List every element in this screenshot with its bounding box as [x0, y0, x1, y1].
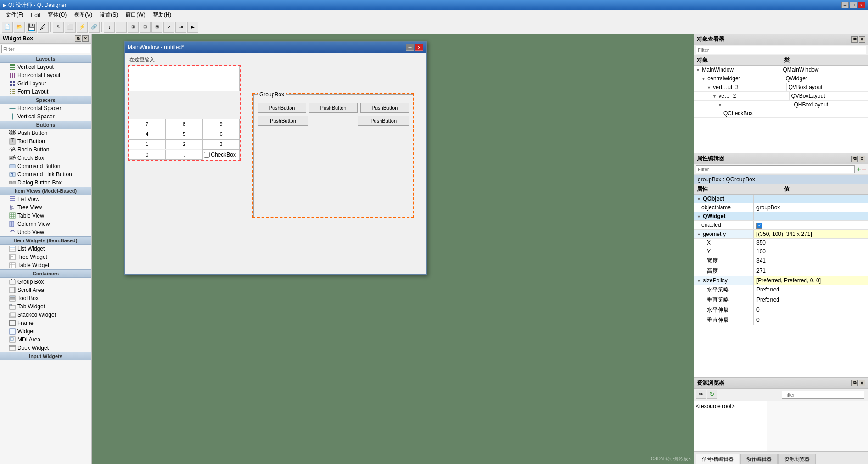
tb-break-layout[interactable]: ⊠ — [151, 22, 162, 33]
bottom-tab-actions[interactable]: 动作编辑器 — [740, 454, 778, 464]
widget-item-horizontal-layout[interactable]: Horizontal Layout — [0, 71, 91, 79]
tb-layout-h[interactable]: ⫼ — [116, 22, 127, 33]
widget-box-filter-input[interactable] — [1, 45, 90, 53]
calc-btn-7[interactable]: 7 — [129, 119, 166, 129]
res-pencil-btn[interactable]: ✏ — [696, 390, 706, 399]
widget-item-list-widget[interactable]: List Widget — [0, 245, 91, 253]
groupbox-btn-3[interactable]: PushButton — [360, 103, 409, 113]
tb-save[interactable]: 💾 — [26, 22, 37, 33]
groupbox-btn-1[interactable]: PushButton — [258, 103, 306, 113]
calc-btn-5[interactable]: 5 — [166, 129, 203, 139]
tb-widget-editor[interactable]: ⬜ — [65, 22, 76, 33]
calc-btn-3[interactable]: 3 — [202, 139, 240, 149]
close-btn[interactable]: ✕ — [858, 2, 865, 8]
widget-item-radio-button[interactable]: A Radio Button — [0, 145, 91, 154]
widget-item-widget[interactable]: Widget — [0, 327, 91, 335]
menu-settings[interactable]: 设置(S) — [96, 10, 122, 20]
tb-open[interactable]: 📂 — [14, 22, 25, 33]
tree-row[interactable]: ▼ vert…ut_3 QVBoxLayout — [694, 83, 868, 92]
widget-item-frame[interactable]: Frame — [0, 319, 91, 327]
groupbox-btn-2[interactable]: PushButton — [309, 103, 358, 113]
prop-val-sizepolicy[interactable]: [Preferred, Preferred, 0, 0] — [754, 276, 868, 285]
tb-unknown1[interactable]: 🖊 — [38, 22, 49, 33]
widget-item-undo-view[interactable]: Undo View — [0, 228, 91, 236]
qt-close-btn[interactable]: ✕ — [415, 44, 423, 51]
widget-item-horizontal-spacer[interactable]: Horizontal Spacer — [0, 104, 91, 112]
prop-val-width[interactable]: 341 — [754, 257, 868, 265]
tree-row[interactable]: ▼ MainWindow QMainWindow — [694, 66, 868, 74]
menu-form[interactable]: 窗体(O) — [44, 10, 70, 20]
tree-row[interactable]: QCheckBox — [694, 109, 868, 118]
menu-file[interactable]: 文件(F) — [2, 10, 27, 20]
prop-val-vstretch[interactable]: 0 — [754, 316, 868, 324]
menu-window[interactable]: 窗口(W) — [122, 10, 149, 20]
prop-val-hpolicy[interactable]: Preferred — [754, 285, 868, 294]
calc-btn-0[interactable]: 0 — [129, 150, 166, 160]
tb-connect[interactable]: ⚡ — [77, 22, 88, 33]
calc-btn-8[interactable]: 8 — [166, 119, 203, 129]
groupbox-btn-5[interactable]: PushButton — [358, 116, 409, 126]
tree-row[interactable]: ▼ … QHBoxLayout — [694, 101, 868, 109]
widget-item-tool-button[interactable]: T Tool Button — [0, 137, 91, 145]
widget-item-stacked-widget[interactable]: Stacked Widget — [0, 311, 91, 319]
obj-inspector-float[interactable]: ⧉ — [851, 36, 858, 43]
tb-taborder[interactable]: ⇥ — [175, 22, 186, 33]
widget-box-float[interactable]: ⧉ — [75, 35, 81, 42]
prop-val-x[interactable]: 350 — [754, 239, 868, 247]
widget-item-grid-layout[interactable]: Grid Layout — [0, 79, 91, 88]
widget-item-mdi-area[interactable]: MDI Area — [0, 335, 91, 344]
widget-item-command-button[interactable]: Command Button — [0, 162, 91, 170]
bottom-tab-resources[interactable]: 资源浏览器 — [778, 454, 816, 464]
widget-item-vertical-layout[interactable]: Vertical Layout — [0, 63, 91, 71]
calc-checkbox[interactable] — [204, 152, 210, 158]
calc-btn-1[interactable]: 1 — [129, 139, 166, 149]
widget-box-close[interactable]: ✕ — [82, 35, 89, 42]
prop-val-hstretch[interactable]: 0 — [754, 306, 868, 314]
prop-add-btn[interactable]: + — [857, 165, 861, 173]
res-filter-input[interactable] — [782, 391, 864, 399]
widget-item-tab-widget[interactable]: Tab Widget — [0, 302, 91, 311]
tb-layout-form[interactable]: ⊟ — [140, 22, 151, 33]
prop-remove-btn[interactable]: − — [862, 165, 866, 173]
widget-item-tree-view[interactable]: Tree View — [0, 203, 91, 212]
menu-edit[interactable]: Edit — [27, 11, 44, 19]
res-refresh-btn[interactable]: ↻ — [707, 390, 717, 399]
widget-item-dialog-button-box[interactable]: Dialog Button Box — [0, 179, 91, 187]
tb-new[interactable]: 📄 — [2, 22, 13, 33]
tb-pointer[interactable]: ↖ — [53, 22, 64, 33]
prop-float[interactable]: ⧉ — [851, 156, 858, 162]
widget-item-check-box[interactable]: A Check Box — [0, 154, 91, 162]
prop-val-objectname[interactable]: groupBox — [754, 203, 868, 212]
maximize-btn[interactable]: □ — [850, 2, 857, 8]
tb-buddy[interactable]: 🔗 — [89, 22, 100, 33]
widget-item-group-box[interactable]: GB Group Box — [0, 278, 91, 286]
minimize-btn[interactable]: ─ — [841, 2, 849, 8]
menu-view[interactable]: 视图(V) — [70, 10, 96, 20]
bottom-tab-signals[interactable]: 信号/槽编辑器 — [696, 454, 739, 464]
calc-btn-4[interactable]: 4 — [129, 129, 166, 139]
widget-item-list-view[interactable]: List View — [0, 195, 91, 203]
widget-item-table-widget[interactable]: Table Widget — [0, 261, 91, 269]
widget-item-scroll-area[interactable]: Scroll Area — [0, 286, 91, 294]
tb-layout-v[interactable]: ⫿ — [104, 22, 115, 33]
prop-val-geometry[interactable]: [(350, 100), 341 x 271] — [754, 230, 868, 238]
tree-row[interactable]: ▼ ve…_2 QVBoxLayout — [694, 92, 868, 101]
design-area[interactable]: MainWindow - untitled* ─ ✕ 在这里输入 — [92, 34, 694, 464]
calc-btn-2[interactable]: 2 — [166, 139, 203, 149]
widget-item-tree-widget[interactable]: Tree Widget — [0, 253, 91, 261]
tb-layout-grid[interactable]: ⊞ — [128, 22, 139, 33]
obj-inspector-close[interactable]: ✕ — [859, 36, 865, 43]
tb-preview[interactable]: ▶ — [187, 22, 198, 33]
prop-close[interactable]: ✕ — [859, 156, 865, 162]
qt-minimize-btn[interactable]: ─ — [406, 44, 414, 51]
widget-item-push-button[interactable]: OK Push Button — [0, 129, 91, 137]
menu-help[interactable]: 帮助(H) — [149, 10, 175, 20]
calc-btn-9[interactable]: 9 — [202, 119, 240, 129]
prop-val-enabled[interactable]: ✓ — [754, 221, 868, 229]
widget-item-form-layout[interactable]: Form Layout — [0, 88, 91, 96]
widget-item-dock-widget[interactable]: Dock Widget — [0, 344, 91, 352]
prop-val-height[interactable]: 271 — [754, 267, 868, 275]
prop-val-y[interactable]: 100 — [754, 247, 868, 256]
calc-btn-dot[interactable]: . — [166, 150, 203, 160]
widget-item-tool-box[interactable]: Tool Box — [0, 294, 91, 302]
